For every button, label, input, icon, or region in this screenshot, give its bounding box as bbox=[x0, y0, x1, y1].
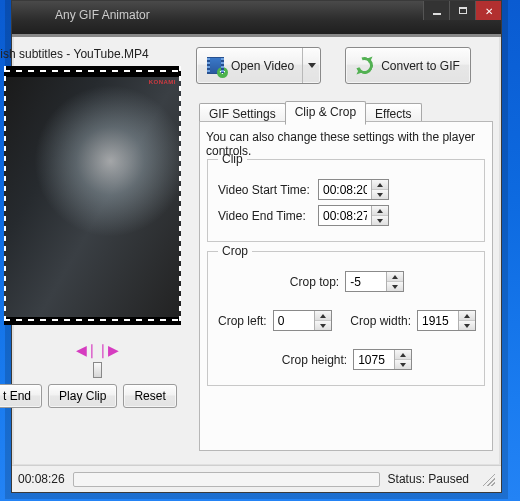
spin-up-button[interactable] bbox=[387, 272, 403, 282]
convert-label: Convert to GIF bbox=[381, 59, 460, 73]
reset-button[interactable]: Reset bbox=[123, 384, 176, 408]
spin-up-button[interactable] bbox=[372, 206, 388, 216]
play-clip-button[interactable]: Play Clip bbox=[48, 384, 117, 408]
set-end-button[interactable]: t End bbox=[0, 384, 42, 408]
open-video-button[interactable]: + Open Video bbox=[196, 47, 321, 84]
crop-left-label: Crop left: bbox=[218, 314, 267, 328]
chevron-down-icon bbox=[377, 219, 383, 223]
clip-range-slider[interactable]: ◀❘❘▶ bbox=[22, 342, 172, 358]
chevron-down-icon bbox=[464, 324, 470, 328]
crop-marquee-top[interactable] bbox=[4, 70, 181, 72]
window-controls bbox=[423, 1, 501, 21]
spin-down-button[interactable] bbox=[372, 190, 388, 199]
status-label: Status: Paused bbox=[388, 472, 469, 486]
video-preview[interactable]: KONAMI bbox=[4, 66, 181, 325]
spin-down-button[interactable] bbox=[372, 216, 388, 225]
chevron-up-icon bbox=[400, 353, 406, 357]
crop-height-input[interactable] bbox=[354, 350, 394, 369]
spin-down-button[interactable] bbox=[459, 321, 475, 330]
crop-left-field[interactable] bbox=[273, 310, 332, 331]
slider-knob[interactable] bbox=[93, 362, 102, 378]
chevron-up-icon bbox=[464, 314, 470, 318]
app-window: Any GIF Animator glish subtitles - YouTu… bbox=[11, 0, 502, 493]
crop-height-label: Crop height: bbox=[282, 353, 347, 367]
chevron-up-icon bbox=[392, 275, 398, 279]
spin-down-button[interactable] bbox=[395, 360, 411, 369]
spin-down-button[interactable] bbox=[387, 282, 403, 291]
minimize-button[interactable] bbox=[423, 1, 449, 20]
close-button[interactable] bbox=[475, 1, 501, 20]
status-bar: 00:08:26 Status: Paused bbox=[12, 465, 501, 492]
crop-left-input[interactable] bbox=[274, 311, 314, 330]
desktop-background: Any GIF Animator glish subtitles - YouTu… bbox=[0, 0, 520, 501]
status-time: 00:08:26 bbox=[18, 472, 65, 486]
file-name-label: glish subtitles - YouTube.MP4 bbox=[0, 47, 191, 61]
chevron-down-icon bbox=[400, 363, 406, 367]
video-start-time-label: Video Start Time: bbox=[218, 183, 318, 197]
chevron-down-icon bbox=[308, 63, 316, 68]
clip-legend: Clip bbox=[218, 152, 247, 166]
konami-logo: KONAMI bbox=[149, 79, 176, 85]
crop-group: Crop Crop top: Crop l bbox=[207, 244, 485, 386]
crop-top-label: Crop top: bbox=[290, 275, 339, 289]
video-start-time-field[interactable] bbox=[318, 179, 389, 200]
resize-grip[interactable] bbox=[481, 472, 495, 486]
video-start-time-input[interactable] bbox=[319, 180, 371, 199]
chevron-down-icon bbox=[377, 193, 383, 197]
clip-group: Clip Video Start Time: Video End Time: bbox=[207, 152, 485, 242]
crop-top-field[interactable] bbox=[345, 271, 404, 292]
spin-up-button[interactable] bbox=[459, 311, 475, 321]
video-end-time-field[interactable] bbox=[318, 205, 389, 226]
chevron-down-icon bbox=[320, 324, 326, 328]
crop-top-input[interactable] bbox=[346, 272, 386, 291]
spin-down-button[interactable] bbox=[315, 321, 331, 330]
video-end-time-input[interactable] bbox=[319, 206, 371, 225]
spin-up-button[interactable] bbox=[395, 350, 411, 360]
main-pane: glish subtitles - YouTube.MP4 KONAMI ◀❘❘… bbox=[12, 37, 501, 466]
tab-panel-clip-and-crop: You can also change these settings with … bbox=[199, 121, 493, 451]
tab-clip-and-crop[interactable]: Clip & Crop bbox=[285, 101, 366, 125]
clip-range-handles-icon: ◀❘❘▶ bbox=[22, 342, 172, 358]
crop-legend: Crop bbox=[218, 244, 252, 258]
open-video-label: Open Video bbox=[231, 59, 294, 73]
chevron-down-icon bbox=[392, 285, 398, 289]
crop-width-field[interactable] bbox=[417, 310, 476, 331]
crop-height-field[interactable] bbox=[353, 349, 412, 370]
video-frame: KONAMI bbox=[4, 77, 181, 317]
spin-up-button[interactable] bbox=[372, 180, 388, 190]
convert-icon bbox=[353, 54, 376, 77]
chevron-up-icon bbox=[320, 314, 326, 318]
convert-to-gif-button[interactable]: Convert to GIF bbox=[345, 47, 471, 84]
crop-marquee-bottom[interactable] bbox=[4, 319, 181, 321]
video-end-time-label: Video End Time: bbox=[218, 209, 318, 223]
chevron-up-icon bbox=[377, 209, 383, 213]
plus-badge-icon: + bbox=[217, 67, 228, 78]
open-video-dropdown[interactable] bbox=[302, 48, 320, 83]
window-title: Any GIF Animator bbox=[55, 8, 150, 22]
crop-width-input[interactable] bbox=[418, 311, 458, 330]
film-icon: + bbox=[207, 57, 224, 74]
spin-up-button[interactable] bbox=[315, 311, 331, 321]
crop-width-label: Crop width: bbox=[350, 314, 411, 328]
titlebar[interactable]: Any GIF Animator bbox=[12, 1, 501, 34]
chevron-up-icon bbox=[377, 183, 383, 187]
progress-bar bbox=[73, 472, 380, 487]
maximize-button[interactable] bbox=[449, 1, 475, 20]
